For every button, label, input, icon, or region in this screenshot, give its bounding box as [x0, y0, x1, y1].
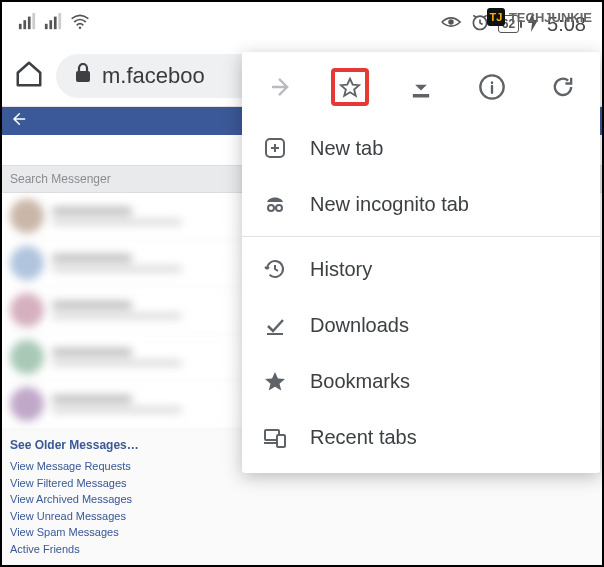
menu-label: Recent tabs: [310, 426, 417, 449]
plus-square-icon: [262, 136, 288, 160]
svg-rect-3: [32, 13, 35, 29]
fb-links: View Message Requests View Filtered Mess…: [2, 458, 602, 565]
svg-rect-7: [58, 13, 61, 29]
svg-rect-20: [264, 442, 278, 444]
fb-link[interactable]: View Spam Messages: [10, 524, 594, 541]
bookmark-star-button[interactable]: [331, 68, 369, 106]
signal-icon: [18, 13, 36, 36]
fb-link[interactable]: View Archived Messages: [10, 491, 594, 508]
svg-rect-19: [277, 435, 285, 447]
svg-rect-5: [49, 20, 52, 29]
menu-item-recent-tabs[interactable]: Recent tabs: [242, 409, 600, 465]
menu-label: New tab: [310, 137, 383, 160]
svg-point-9: [448, 19, 454, 25]
menu-item-bookmarks[interactable]: Bookmarks: [242, 353, 600, 409]
menu-item-downloads[interactable]: Downloads: [242, 297, 600, 353]
svg-point-16: [276, 205, 282, 211]
lock-icon: [74, 63, 92, 89]
svg-rect-17: [267, 333, 283, 335]
menu-label: Downloads: [310, 314, 409, 337]
menu-label: New incognito tab: [310, 193, 469, 216]
reload-button[interactable]: [544, 68, 582, 106]
svg-point-15: [268, 205, 274, 211]
svg-point-8: [79, 26, 82, 29]
watermark-label: TECHJUNKIE: [509, 10, 592, 25]
svg-rect-11: [76, 71, 90, 82]
menu-item-history[interactable]: History: [242, 241, 600, 297]
svg-rect-12: [413, 94, 429, 98]
info-button[interactable]: [473, 68, 511, 106]
home-button[interactable]: [14, 59, 44, 93]
wifi-icon: [70, 13, 90, 36]
download-button[interactable]: [402, 68, 440, 106]
svg-rect-6: [54, 16, 57, 29]
history-icon: [262, 257, 288, 281]
menu-item-incognito[interactable]: New incognito tab: [242, 176, 600, 232]
menu-separator: [242, 236, 600, 237]
svg-rect-0: [19, 23, 22, 28]
menu-label: History: [310, 258, 372, 281]
watermark-logo: TJ: [487, 8, 505, 26]
incognito-icon: [262, 192, 288, 216]
svg-rect-1: [23, 20, 26, 29]
menu-label: Bookmarks: [310, 370, 410, 393]
fb-link[interactable]: View Filtered Messages: [10, 475, 594, 492]
svg-rect-4: [45, 23, 48, 28]
forward-button[interactable]: [260, 68, 298, 106]
star-filled-icon: [262, 369, 288, 393]
check-underline-icon: [262, 313, 288, 337]
signal-icon-2: [44, 13, 62, 36]
fb-link[interactable]: Active Friends: [10, 541, 594, 558]
svg-rect-2: [28, 16, 31, 29]
eye-icon: [440, 13, 462, 36]
menu-item-new-tab[interactable]: New tab: [242, 120, 600, 176]
fb-link[interactable]: View Unread Messages: [10, 508, 594, 525]
back-icon[interactable]: [10, 111, 26, 131]
url-text: m.faceboo: [102, 63, 205, 89]
browser-overflow-menu: New tab New incognito tab History Downlo…: [242, 52, 600, 473]
devices-icon: [262, 425, 288, 449]
watermark: TJ TECHJUNKIE: [487, 8, 592, 26]
